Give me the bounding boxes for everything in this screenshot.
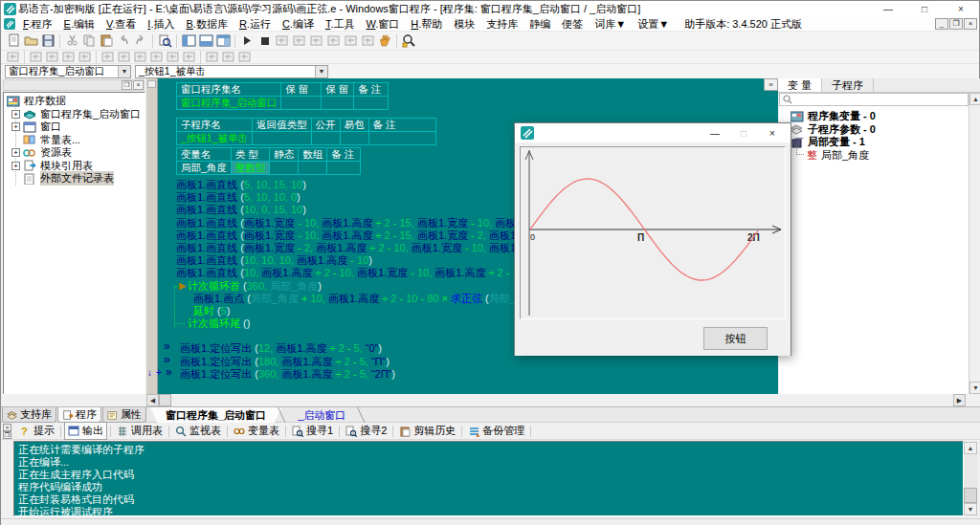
find-icon[interactable]: [156, 33, 173, 49]
open-file-icon[interactable]: [22, 33, 39, 49]
menu-13[interactable]: 便签: [562, 17, 583, 32]
running-program-window[interactable]: — □ × 0 Π 2Π 按钮: [514, 122, 791, 356]
menu-6[interactable]: C.编译: [282, 17, 314, 32]
output-tab-0[interactable]: ?提示: [16, 423, 57, 439]
maximize-button[interactable]: □: [906, 1, 943, 17]
menu-1[interactable]: E.编辑: [64, 17, 95, 32]
same-height-icon[interactable]: [181, 51, 197, 63]
output-tab-6[interactable]: 搜寻2: [343, 423, 390, 439]
output-tab-7[interactable]: 剪辑历史: [396, 423, 458, 439]
code-line-15[interactable]: ↓+»画板1.定位写出 (360, 画板1.高度 ÷ 2 - 5, “2Π”): [158, 367, 778, 380]
doc-tab-0[interactable]: 窗口程序集_启动窗口: [150, 407, 281, 424]
add-widget-icon[interactable]: [44, 51, 60, 63]
output-scrollbar[interactable]: ▲ ▼: [964, 442, 977, 515]
chevron-down-icon[interactable]: ▼: [315, 66, 327, 77]
copy-icon[interactable]: [80, 33, 98, 49]
var-tree-item-3[interactable]: 整局部_角度: [779, 149, 969, 163]
tree-item-4[interactable]: +模块引用表: [4, 160, 145, 173]
editor-hscrollbar[interactable]: ◀ ▶: [146, 394, 966, 406]
mdi-minimize-button[interactable]: _: [935, 18, 948, 30]
variable-search-input[interactable]: [779, 93, 969, 106]
var-tree-item-0[interactable]: 程序集变量 - 0: [779, 110, 969, 123]
tab-subroutines[interactable]: 子程序: [822, 78, 874, 92]
layout-two-icon[interactable]: [197, 33, 214, 49]
code-line-14[interactable]: »画板1.定位写出 (180, 画板1.高度 ÷ 2 - 5, “Π”): [158, 355, 778, 367]
var-tree-item-2[interactable]: 局部变量 - 1: [779, 136, 969, 149]
paste-icon[interactable]: [98, 33, 115, 49]
widget-grid-icon[interactable]: [60, 51, 77, 63]
tree-item-1[interactable]: +窗口: [4, 120, 145, 134]
same-size-icon[interactable]: [236, 51, 253, 63]
panel-close-icon[interactable]: ×: [133, 80, 144, 90]
menu-7[interactable]: T.工具: [325, 17, 355, 32]
save-icon[interactable]: [39, 33, 56, 49]
hand-icon[interactable]: [376, 33, 393, 49]
program-minimize-button[interactable]: —: [701, 128, 729, 139]
subroutine-combo[interactable]: _按钮1_被单击▼: [135, 65, 328, 78]
break-icon[interactable]: [342, 33, 359, 49]
step-into-icon[interactable]: [273, 33, 290, 49]
panel-tab-2[interactable]: 属性: [102, 407, 146, 423]
menu-8[interactable]: W.窗口: [366, 17, 399, 32]
output-tab-4[interactable]: 变量表: [231, 423, 282, 439]
expand-icon[interactable]: +: [11, 122, 20, 131]
undo-icon[interactable]: [115, 33, 132, 49]
menu-15[interactable]: 设置▼: [637, 17, 669, 32]
close-button[interactable]: ×: [943, 1, 979, 17]
stop-icon[interactable]: [256, 33, 273, 49]
center-vert-icon[interactable]: [220, 51, 236, 63]
output-close-icon[interactable]: ×: [3, 424, 11, 431]
menu-3[interactable]: I.插入: [147, 17, 174, 32]
menu-11[interactable]: 支持库: [486, 17, 518, 32]
menu-14[interactable]: 词库▼: [594, 17, 626, 32]
output-tab-3[interactable]: 监视表: [172, 423, 224, 439]
tab-variables[interactable]: 变 量: [778, 78, 822, 92]
var-tree-item-1[interactable]: 子程序参数 - 0: [779, 123, 969, 137]
assembly-combo[interactable]: 窗口程序集_启动窗口▼: [5, 65, 131, 78]
menu-12[interactable]: 静编: [529, 17, 550, 32]
align-right-icon[interactable]: [116, 51, 132, 63]
doc-tab-1[interactable]: _启动窗口: [282, 407, 361, 424]
terminate-icon[interactable]: [359, 33, 376, 49]
align-top-icon[interactable]: [132, 51, 148, 63]
tree-item-2[interactable]: 常量表...: [4, 134, 145, 147]
cut-icon[interactable]: [63, 33, 80, 49]
layout-three-icon[interactable]: [214, 33, 232, 49]
center-horz-icon[interactable]: [204, 51, 220, 63]
mdi-close-button[interactable]: ×: [964, 18, 977, 30]
same-width-icon[interactable]: [165, 51, 181, 63]
expand-icon[interactable]: +: [11, 110, 20, 119]
output-tab-8[interactable]: 备份管理: [465, 423, 527, 439]
tree-item-3[interactable]: +资源表: [4, 146, 145, 160]
tree-item-0[interactable]: +窗口程序集_启动窗口: [4, 108, 145, 121]
panel-tab-0[interactable]: 支持库: [2, 407, 56, 423]
align-bottom-icon[interactable]: [148, 51, 165, 63]
menu-2[interactable]: V.查看: [106, 17, 136, 32]
output-tab-5[interactable]: 搜寻1: [289, 423, 336, 439]
run-icon[interactable]: [238, 33, 256, 49]
align-left-icon[interactable]: [100, 51, 116, 63]
chevron-down-icon[interactable]: ▼: [118, 66, 130, 77]
output-float-icon[interactable]: ❐: [3, 431, 11, 439]
super-find-icon[interactable]: [400, 33, 417, 49]
menu-5[interactable]: R.运行: [239, 17, 271, 32]
step-out-icon[interactable]: [307, 33, 324, 49]
output-tab-1[interactable]: 输出: [64, 422, 107, 440]
run-to-cursor-icon[interactable]: [324, 33, 342, 49]
menu-9[interactable]: H.帮助: [411, 17, 442, 32]
panel-tab-1[interactable]: 程序: [57, 407, 101, 423]
menu-10[interactable]: 模块: [454, 17, 475, 32]
program-close-button[interactable]: ×: [758, 128, 787, 139]
tree-root[interactable]: 程序数据: [4, 95, 145, 108]
minimize-button[interactable]: —: [870, 1, 906, 17]
menu-4[interactable]: B.数据库: [186, 17, 227, 32]
menu-0[interactable]: F.程序: [23, 17, 53, 32]
program-button[interactable]: 按钮: [703, 327, 768, 350]
layout-one-icon[interactable]: [180, 33, 197, 49]
widget-lock-icon[interactable]: [77, 51, 93, 63]
expand-icon[interactable]: +: [11, 162, 20, 170]
redo-icon[interactable]: [132, 33, 149, 49]
tab-order-icon[interactable]: [28, 51, 44, 63]
panel-float-icon[interactable]: ❐: [122, 80, 132, 90]
collapse-panel-button[interactable]: »: [764, 78, 778, 91]
